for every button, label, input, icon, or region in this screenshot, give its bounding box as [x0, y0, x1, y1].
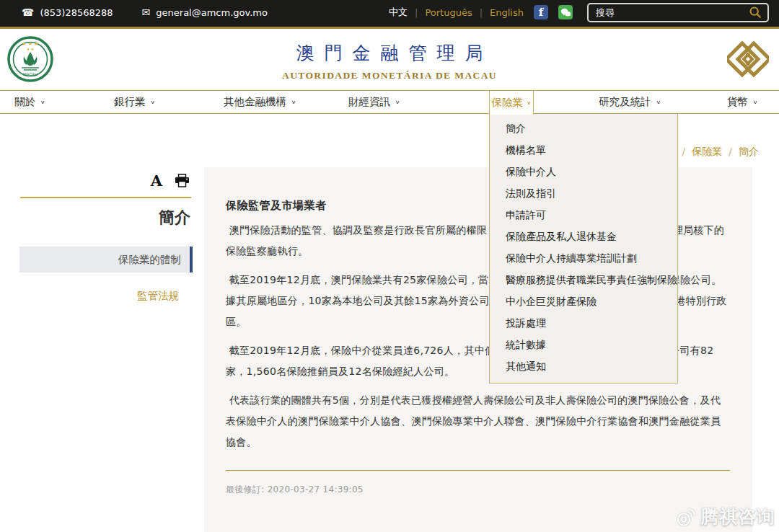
nav-about[interactable]: 關於 ∨ [14, 91, 45, 113]
sidebar-heading: 簡介 [159, 207, 190, 229]
search-icon[interactable] [749, 6, 762, 19]
breadcrumb-separator: / [729, 146, 732, 159]
site-title-block: 澳門金融管理局 AUTORIDADE MONETÁRIA DE MACAU [0, 41, 779, 81]
sidebar: A 簡介 保險業的體制 監管法規 [0, 167, 204, 528]
nav-currency[interactable]: 貨幣 ∨ [727, 91, 758, 113]
site-title-portuguese: AUTORIDADE MONETÁRIA DE MACAU [0, 70, 779, 81]
phone-number: (853)28568288 [40, 7, 113, 18]
chevron-down-icon: ∨ [527, 100, 532, 106]
chevron-down-icon: ∨ [753, 99, 758, 105]
main-nav: 關於 ∨ 銀行業 ∨ 其他金融機構 ∨ 財經資訊 ∨ 保險業 ∨ 研究及統計 ∨… [0, 90, 779, 114]
chevron-down-icon: ∨ [151, 99, 156, 105]
dropdown-item-cpd-programme[interactable]: 保險中介人持續專業培訓計劃 [490, 247, 677, 269]
email-icon: ✉ [142, 6, 151, 18]
amcm-logo-icon [727, 38, 769, 80]
lang-chinese[interactable]: 中文 [389, 6, 408, 19]
sidebar-item-regulations[interactable]: 監管法規 [137, 289, 179, 303]
breadcrumb-insurance[interactable]: 保險業 [692, 146, 722, 159]
dropdown-item-rules-guidelines[interactable]: 法則及指引 [490, 182, 677, 204]
email-link[interactable]: ✉ general@amcm.gov.mo [142, 6, 268, 18]
facebook-icon[interactable]: f [534, 5, 548, 19]
chevron-down-icon: ∨ [656, 99, 661, 105]
nav-other-financial-institutions[interactable]: 其他金融機構 ∨ [224, 91, 296, 113]
dropdown-item-statistics[interactable]: 統計數據 [490, 334, 677, 355]
search-input[interactable] [596, 7, 749, 18]
nav-research-statistics[interactable]: 研究及統計 ∨ [599, 91, 661, 113]
lang-portuguese[interactable]: Português [425, 7, 472, 18]
paragraph-industry-associations: 代表該行業的團體共有5個，分別是代表已獲授權經營人壽保險公司及非人壽保險公司的澳… [226, 390, 730, 453]
dropdown-item-insurance-intermediaries[interactable]: 保險中介人 [490, 161, 677, 182]
sidebar-item-insurance-system[interactable]: 保險業的體制 [19, 247, 193, 272]
last-modified-text: 最後修訂: 2020-03-27 14:39:05 [226, 484, 730, 496]
search-box [587, 3, 769, 22]
lang-english[interactable]: English [490, 7, 524, 18]
phone-icon: ☎ [22, 6, 34, 18]
breadcrumb-separator: / [682, 146, 686, 159]
nav-financial-info[interactable]: 財經資訊 ∨ [348, 91, 400, 113]
dropdown-item-sme-catastrophe-insurance[interactable]: 中小企巨災財產保險 [490, 291, 677, 312]
dropdown-item-institutions-list[interactable]: 機構名單 [490, 139, 677, 161]
dropdown-item-complaints[interactable]: 投訴處理 [490, 312, 677, 334]
content-divider [226, 470, 730, 471]
lang-separator: | [415, 7, 418, 18]
wechat-icon[interactable] [558, 5, 573, 19]
lang-separator: | [480, 7, 483, 18]
contact-info: ☎ (853)28568288 ✉ general@amcm.gov.mo [22, 6, 268, 18]
nav-banking[interactable]: 銀行業 ∨ [114, 91, 155, 113]
dropdown-item-intro[interactable]: 簡介 [490, 118, 677, 139]
dropdown-item-other-notices[interactable]: 其他通知 [490, 355, 677, 377]
amcm-website-page: ☎ (853)28568288 ✉ general@amcm.gov.mo 中文… [0, 0, 779, 532]
print-icon[interactable] [175, 174, 190, 187]
site-title-chinese: 澳門金融管理局 [10, 41, 779, 65]
dropdown-item-products-pension-funds[interactable]: 保險產品及私人退休基金 [490, 226, 677, 247]
wechat-glyph [560, 8, 571, 17]
chevron-down-icon: ∨ [291, 99, 296, 105]
dropdown-item-application-licensing[interactable]: 申請許可 [490, 204, 677, 226]
topbar: ☎ (853)28568288 ✉ general@amcm.gov.mo 中文… [0, 0, 779, 29]
nav-insurance[interactable]: 保險業 ∨ [489, 91, 534, 115]
insurance-dropdown-menu: 簡介 機構名單 保險中介人 法則及指引 申請許可 保險產品及私人退休基金 保險中… [489, 114, 678, 384]
page-tools: A [151, 173, 190, 188]
breadcrumb-current: 簡介 [739, 146, 759, 159]
topbar-right: 中文 | Português | English f [389, 3, 769, 22]
site-header: ★ ★ ★ ★ ★ MACAU 澳門金融管理局 AUTORIDADE MONET… [0, 29, 779, 90]
chevron-down-icon: ∨ [395, 99, 400, 105]
font-size-button[interactable]: A [151, 173, 162, 188]
dropdown-item-medical-liability-insurance[interactable]: 醫療服務提供者職業民事責任強制保險 [490, 269, 677, 291]
chevron-down-icon: ∨ [40, 99, 45, 105]
email-address: general@amcm.gov.mo [156, 7, 268, 18]
sidebar-divider [20, 197, 191, 198]
phone-link[interactable]: ☎ (853)28568288 [22, 6, 113, 18]
